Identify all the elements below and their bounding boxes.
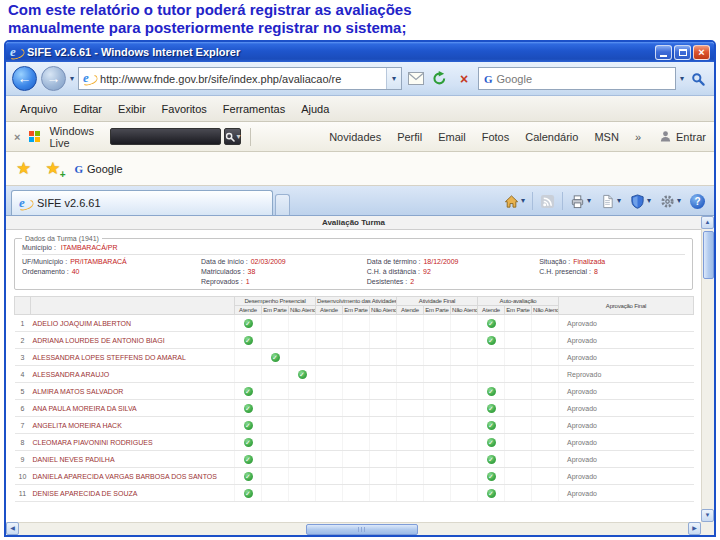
mark-cell (316, 383, 343, 400)
add-favorite-button[interactable]: ★+ (45, 160, 60, 177)
live-link-novidades[interactable]: Novidades (329, 131, 381, 143)
minimize-button[interactable] (655, 45, 672, 60)
forward-button[interactable]: → (41, 66, 66, 91)
mark-cell (289, 485, 316, 502)
check-icon: ✓ (487, 387, 496, 396)
search-go-button[interactable] (688, 68, 708, 90)
column-group-atividade-final: Atividade Final (397, 297, 478, 306)
mark-cell (235, 366, 262, 383)
mark-cell (505, 349, 532, 366)
mark-cell (505, 400, 532, 417)
address-bar[interactable]: e http://www.fnde.gov.br/sife/index.php/… (78, 67, 402, 90)
overflow-chevron[interactable]: » (635, 131, 641, 143)
horizontal-scrollbar[interactable]: ◀ ▶ (6, 522, 701, 535)
mark-cell (397, 366, 424, 383)
mark-cell (316, 349, 343, 366)
mark-cell (343, 349, 370, 366)
page-title: Avaliação Turma (6, 216, 701, 230)
tools-button[interactable]: ▾ (656, 189, 685, 213)
menu-item-ferramentas[interactable]: Ferramentas (215, 100, 293, 118)
menu-item-arquivo[interactable]: Arquivo (12, 100, 65, 118)
maximize-button[interactable] (674, 45, 691, 60)
check-icon: ✓ (244, 438, 253, 447)
field-value: 8 (594, 268, 598, 275)
mark-cell (370, 366, 397, 383)
new-tab-button[interactable] (275, 194, 290, 215)
check-icon: ✓ (487, 336, 496, 345)
chevron-down-icon: ▾ (392, 75, 396, 83)
help-button[interactable]: ? (686, 189, 709, 213)
live-search-input[interactable] (110, 128, 222, 145)
chevron-down-icon: ▾ (521, 197, 525, 205)
mark-cell (532, 417, 559, 434)
search-dropdown-icon[interactable]: ▾ (680, 75, 684, 83)
close-button[interactable]: × (693, 45, 710, 60)
favorite-link-google[interactable]: G Google (75, 163, 123, 175)
feeds-button[interactable] (536, 189, 559, 213)
mark-cell (316, 468, 343, 485)
field-label: Município : (22, 244, 56, 251)
safety-button[interactable]: ▾ (626, 189, 655, 213)
back-button[interactable]: ← (12, 66, 37, 91)
turma-fieldset: Dados da Turma (1941) Município : ITAMBA… (14, 235, 693, 290)
live-link-calendario[interactable]: Calendário (525, 131, 578, 143)
sign-in-button[interactable]: Entrar (659, 130, 706, 143)
field-value: 38 (248, 268, 256, 275)
menu-item-exibir[interactable]: Exibir (110, 100, 154, 118)
mark-cell (505, 383, 532, 400)
municipio-row: Município : ITAMBARACÁ/PR (22, 243, 685, 255)
student-name: DENISE APARECIDA DE SOUZA (31, 485, 235, 502)
live-link-msn[interactable]: MSN (594, 131, 618, 143)
row-number: 6 (15, 400, 31, 417)
scroll-right-button[interactable]: ▶ (688, 522, 701, 535)
mark-cell (262, 485, 289, 502)
row-number: 2 (15, 332, 31, 349)
mark-cell (424, 485, 451, 502)
address-dropdown-button[interactable]: ▾ (386, 68, 401, 89)
field-label: UF/Município : (22, 258, 67, 265)
student-name: ADRIANA LOURDES DE ANTONIO BIAGI (31, 332, 235, 349)
help-icon: ? (690, 194, 705, 209)
table-row: 4ALESSANDRA ARAUJO✓Reprovado (15, 366, 694, 383)
horizontal-scroll-thumb[interactable] (306, 524, 418, 535)
scroll-left-button[interactable]: ◀ (6, 522, 19, 535)
field-value: 92 (423, 268, 431, 275)
print-button[interactable]: ▾ (566, 189, 595, 213)
menu-item-ajuda[interactable]: Ajuda (293, 100, 337, 118)
stop-button[interactable]: × (454, 68, 474, 90)
google-favicon-icon: G (75, 163, 84, 175)
live-link-perfil[interactable]: Perfil (397, 131, 422, 143)
tab-sife[interactable]: e SIFE v2.6.61 (11, 190, 273, 215)
caption-line-2: manualmente para posteriormente registra… (8, 19, 411, 37)
table-row: 5ALMIRA MATOS SALVADOR✓✓Aprovado (15, 383, 694, 400)
title-bar: e SIFE v2.6.61 - Windows Internet Explor… (6, 42, 714, 62)
row-number: 10 (15, 468, 31, 485)
mark-cell (316, 451, 343, 468)
refresh-button[interactable] (430, 68, 450, 90)
favorites-center-button[interactable]: ★ (16, 160, 31, 177)
scroll-up-button[interactable]: ▲ (701, 216, 714, 229)
menu-item-editar[interactable]: Editar (65, 100, 110, 118)
menu-item-favoritos[interactable]: Favoritos (154, 100, 215, 118)
page-button[interactable]: ▾ (596, 189, 625, 213)
toolbar-close-icon[interactable]: × (14, 131, 20, 143)
mark-cell (505, 485, 532, 502)
search-box[interactable]: G Google (478, 67, 676, 90)
turma-field: Ordenamento :40 (22, 268, 201, 275)
window-controls: × (655, 45, 710, 60)
live-link-email[interactable]: Email (438, 131, 466, 143)
mail-button[interactable] (406, 68, 426, 90)
scroll-down-button[interactable]: ▼ (701, 509, 714, 522)
vertical-scroll-thumb[interactable] (703, 231, 714, 279)
mark-cell (262, 468, 289, 485)
vertical-scrollbar[interactable]: ▲ ▼ (701, 216, 714, 522)
live-search-button[interactable]: ▾ (224, 128, 241, 145)
mark-cell (343, 434, 370, 451)
mark-cell (532, 366, 559, 383)
live-link-fotos[interactable]: Fotos (482, 131, 510, 143)
subcolumn-atende: Atende (478, 306, 505, 315)
home-button[interactable]: ▾ (500, 189, 529, 213)
stop-icon: × (460, 71, 468, 87)
history-dropdown-icon[interactable]: ▾ (70, 75, 74, 83)
check-icon: ✓ (244, 336, 253, 345)
